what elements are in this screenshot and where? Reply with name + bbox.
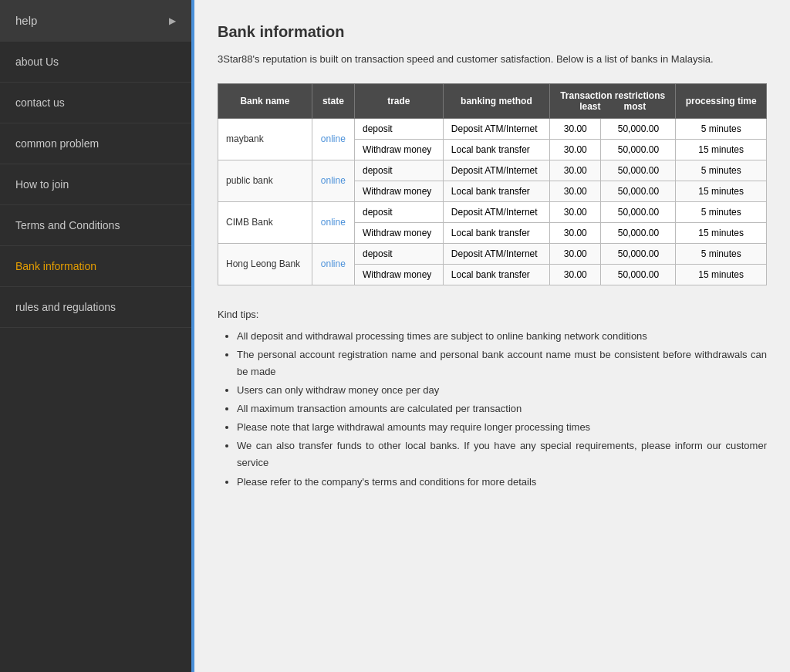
- method-cell: Local bank transfer: [443, 181, 549, 201]
- main-content: Bank information 3Star88's reputation is…: [194, 0, 790, 672]
- method-cell: Local bank transfer: [443, 139, 549, 160]
- most-cell: 50,000.00: [601, 222, 676, 243]
- tip-item-3: All maximum transaction amounts are calc…: [237, 400, 767, 417]
- method-cell: Local bank transfer: [443, 222, 549, 243]
- method-cell: Deposit ATM/Internet: [443, 201, 549, 222]
- sidebar-item-common-problem[interactable]: common problem: [0, 123, 191, 164]
- table-row: CIMB BankonlinedepositDeposit ATM/Intern…: [218, 201, 767, 222]
- col-header: trade: [354, 83, 443, 118]
- bank-name-cell: maybank: [218, 118, 312, 160]
- time-cell: 15 minutes: [676, 139, 767, 160]
- tip-item-4: Please note that large withdrawal amount…: [237, 419, 767, 436]
- bank-name-cell: CIMB Bank: [218, 201, 312, 243]
- most-cell: 50,000.00: [601, 139, 676, 160]
- most-cell: 50,000.00: [601, 201, 676, 222]
- bank-name-cell: public bank: [218, 160, 312, 201]
- most-cell: 50,000.00: [601, 243, 676, 264]
- table-row: Hong Leong BankonlinedepositDeposit ATM/…: [218, 243, 767, 264]
- trade-cell: deposit: [354, 160, 443, 181]
- tip-item-1: The personal account registration name a…: [237, 346, 767, 380]
- sidebar-item-how-to-join[interactable]: How to join: [0, 164, 191, 205]
- tip-item-0: All deposit and withdrawal processing ti…: [237, 328, 767, 345]
- least-cell: 30.00: [549, 222, 600, 243]
- sidebar-item-label-how-to-join: How to join: [15, 178, 69, 191]
- sidebar-item-help[interactable]: help▶: [0, 0, 191, 42]
- method-cell: Deposit ATM/Internet: [443, 243, 549, 264]
- most-cell: 50,000.00: [601, 118, 676, 139]
- col-processing: processing time: [676, 83, 767, 118]
- method-cell: Local bank transfer: [443, 264, 549, 285]
- bank-state-cell: online: [312, 243, 354, 285]
- bank-state-cell: online: [312, 118, 354, 160]
- tips-label: Kind tips:: [218, 309, 767, 320]
- col-restrictions: Transaction restrictionsleastmost: [549, 83, 675, 118]
- trade-cell: deposit: [354, 201, 443, 222]
- sidebar-item-label-contact-us: contact us: [15, 96, 65, 109]
- time-cell: 5 minutes: [676, 118, 767, 139]
- col-header: state: [312, 83, 354, 118]
- most-cell: 50,000.00: [601, 160, 676, 181]
- bank-state-cell: online: [312, 201, 354, 243]
- table-body: maybankonlinedepositDeposit ATM/Internet…: [218, 118, 767, 285]
- trade-cell: Withdraw money: [354, 139, 443, 160]
- least-cell: 30.00: [549, 139, 600, 160]
- sidebar-item-label-common-problem: common problem: [15, 137, 99, 150]
- trade-cell: deposit: [354, 118, 443, 139]
- col-header: Bank name: [218, 83, 312, 118]
- sidebar-item-label-about-us: about Us: [15, 56, 59, 68]
- trade-cell: deposit: [354, 243, 443, 264]
- least-cell: 30.00: [549, 118, 600, 139]
- time-cell: 15 minutes: [676, 181, 767, 201]
- time-cell: 5 minutes: [676, 160, 767, 181]
- sidebar-item-label-help: help: [15, 14, 37, 27]
- sidebar-item-terms-and-conditions[interactable]: Terms and Conditions: [0, 205, 191, 246]
- time-cell: 15 minutes: [676, 222, 767, 243]
- trade-cell: Withdraw money: [354, 264, 443, 285]
- least-cell: 30.00: [549, 264, 600, 285]
- least-cell: 30.00: [549, 160, 600, 181]
- page-title: Bank information: [218, 23, 767, 41]
- sidebar-item-rules-and-regulations[interactable]: rules and regulations: [0, 287, 191, 328]
- intro-text: 3Star88's reputation is built on transac…: [218, 52, 767, 68]
- sidebar-item-label-terms-and-conditions: Terms and Conditions: [15, 219, 120, 231]
- table-header: Bank namestatetradebanking methodTransac…: [218, 83, 767, 118]
- least-cell: 30.00: [549, 181, 600, 201]
- sidebar-item-contact-us[interactable]: contact us: [0, 83, 191, 123]
- sidebar-item-label-bank-information: Bank information: [15, 260, 96, 272]
- least-cell: 30.00: [549, 201, 600, 222]
- chevron-right-icon: ▶: [169, 15, 176, 26]
- sidebar-item-bank-information[interactable]: Bank information: [0, 246, 191, 287]
- most-cell: 50,000.00: [601, 181, 676, 201]
- sidebar-item-label-rules-and-regulations: rules and regulations: [15, 301, 116, 313]
- method-cell: Deposit ATM/Internet: [443, 160, 549, 181]
- time-cell: 5 minutes: [676, 201, 767, 222]
- sidebar-item-about-us[interactable]: about Us: [0, 42, 191, 83]
- col-header: banking method: [443, 83, 549, 118]
- table-row: maybankonlinedepositDeposit ATM/Internet…: [218, 118, 767, 139]
- bank-table: Bank namestatetradebanking methodTransac…: [218, 83, 767, 285]
- tips-list: All deposit and withdrawal processing ti…: [218, 328, 767, 491]
- time-cell: 15 minutes: [676, 264, 767, 285]
- sidebar: help▶about Uscontact uscommon problemHow…: [0, 0, 194, 672]
- most-cell: 50,000.00: [601, 264, 676, 285]
- tip-item-5: We can also transfer funds to other loca…: [237, 437, 767, 471]
- method-cell: Deposit ATM/Internet: [443, 118, 549, 139]
- bank-state-cell: online: [312, 160, 354, 201]
- trade-cell: Withdraw money: [354, 222, 443, 243]
- least-cell: 30.00: [549, 243, 600, 264]
- tip-item-6: Please refer to the company's terms and …: [237, 474, 767, 491]
- table-row: public bankonlinedepositDeposit ATM/Inte…: [218, 160, 767, 181]
- bank-name-cell: Hong Leong Bank: [218, 243, 312, 285]
- trade-cell: Withdraw money: [354, 181, 443, 201]
- tip-item-2: Users can only withdraw money once per d…: [237, 382, 767, 399]
- time-cell: 5 minutes: [676, 243, 767, 264]
